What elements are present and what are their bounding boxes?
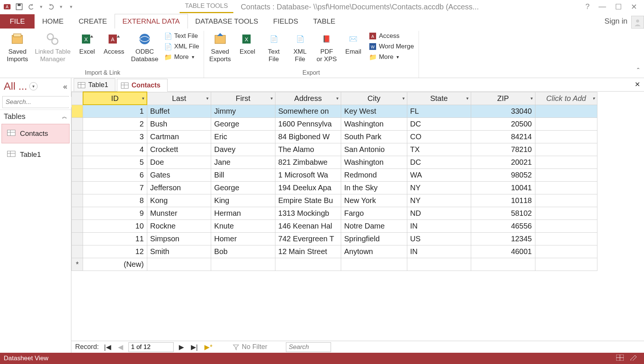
table-row[interactable]: 6GatesBill1 Microsoft WaRedmondWA98052 — [72, 168, 597, 181]
cell-last[interactable]: Gates — [147, 168, 211, 181]
cell-last[interactable]: Bush — [147, 117, 211, 130]
cell-first[interactable]: George — [211, 117, 275, 130]
cell-city[interactable]: Springfield — [341, 232, 407, 245]
saved-exports-button[interactable]: Saved Exports — [207, 31, 233, 64]
table-row[interactable]: 12SmithBob12 Main StreetAnytownIN46001 — [72, 245, 597, 258]
cell-address[interactable]: 821 Zimbabwe — [275, 156, 341, 168]
row-selector[interactable] — [72, 130, 83, 143]
cell-zip[interactable]: 10041 — [471, 181, 535, 194]
cell-blank[interactable] — [535, 105, 597, 117]
column-filter-dropdown[interactable]: ▾ — [402, 96, 405, 101]
table-row[interactable]: 3CartmanEric84 Bigboned WSouth ParkCO842… — [72, 130, 597, 143]
cell-zip[interactable]: 12345 — [471, 232, 535, 245]
cell-first[interactable]: Herman — [211, 207, 275, 220]
cell-address[interactable]: 12 Main Street — [275, 245, 341, 258]
cell-zip[interactable]: 20021 — [471, 156, 535, 168]
nav-category-dropdown[interactable]: ▾ — [29, 82, 38, 90]
export-word-merge-button[interactable]: WWord Merge — [367, 42, 415, 51]
column-filter-dropdown[interactable]: ▾ — [206, 96, 209, 101]
cell-last[interactable]: Rockne — [147, 220, 211, 232]
cell-zip[interactable]: 78210 — [471, 143, 535, 156]
datasheet-grid[interactable]: ID▾Last▾First▾Address▾City▾State▾ZIP▾Cli… — [71, 92, 644, 341]
column-filter-dropdown[interactable]: ▾ — [531, 96, 533, 101]
table-row[interactable]: 4CrockettDaveyThe AlamoSan AntonioTX7821… — [72, 143, 597, 156]
cell-state[interactable]: US — [407, 232, 471, 245]
column-filter-dropdown[interactable]: ▾ — [142, 96, 144, 101]
column-header-zip[interactable]: ZIP▾ — [471, 92, 535, 105]
cell-address[interactable]: 742 Evergreen T — [275, 232, 341, 245]
object-tab-contacts[interactable]: Contacts — [117, 79, 168, 92]
cell-city[interactable]: Key West — [341, 105, 407, 117]
click-to-add-column[interactable]: Click to Add▾ — [535, 92, 597, 105]
cell-address[interactable]: Empire State Bu — [275, 194, 341, 207]
nav-group-tables[interactable]: Tables ︽ — [0, 110, 71, 123]
row-selector[interactable] — [72, 117, 83, 130]
nav-item-table1[interactable]: Table1 — [2, 145, 70, 164]
new-record-row[interactable]: *(New) — [72, 258, 597, 271]
cell-blank[interactable] — [535, 143, 597, 156]
nav-header[interactable]: All ... — [4, 80, 27, 92]
collapse-ribbon-icon[interactable]: ˆ — [637, 67, 639, 75]
next-record-icon[interactable]: ▶ — [177, 343, 186, 351]
cell-first[interactable]: King — [211, 194, 275, 207]
record-search-input[interactable] — [286, 342, 331, 352]
column-header-city[interactable]: City▾ — [341, 92, 407, 105]
user-avatar-icon[interactable] — [631, 16, 644, 29]
export-text-button[interactable]: 📄Text File — [262, 31, 286, 64]
cell-blank[interactable] — [535, 168, 597, 181]
cell-state[interactable]: CO — [407, 130, 471, 143]
column-filter-dropdown[interactable]: ▾ — [271, 96, 273, 101]
cell-city[interactable]: Washington — [341, 117, 407, 130]
cell-state[interactable]: FL — [407, 105, 471, 117]
cell-first[interactable]: Homer — [211, 232, 275, 245]
minimize-icon[interactable]: — — [599, 2, 606, 11]
cell-blank[interactable] — [535, 194, 597, 207]
cell-first[interactable]: Bob — [211, 245, 275, 258]
cell-zip[interactable]: 98052 — [471, 168, 535, 181]
cell-last[interactable]: Buffet — [147, 105, 211, 117]
cell-state[interactable]: DC — [407, 117, 471, 130]
cell-id[interactable]: 11 — [83, 232, 147, 245]
cell-blank[interactable] — [535, 258, 597, 271]
record-position-input[interactable] — [128, 342, 174, 352]
table-row[interactable]: 10RockneKnute146 Keenan HalNotre DameIN4… — [72, 220, 597, 232]
filter-indicator[interactable]: No Filter — [233, 343, 267, 351]
cell-blank[interactable] — [535, 245, 597, 258]
import-xml-file-button[interactable]: 📄XML File — [163, 42, 200, 51]
cell-first[interactable]: Jimmy — [211, 105, 275, 117]
column-header-id[interactable]: ID▾ — [83, 92, 147, 105]
cell-address[interactable]: Somewhere on — [275, 105, 341, 117]
datasheet-view-icon[interactable] — [613, 355, 627, 362]
cell-state[interactable]: IN — [407, 220, 471, 232]
row-selector[interactable] — [72, 156, 83, 168]
cell-id[interactable]: 9 — [83, 207, 147, 220]
cell-city[interactable]: Fargo — [341, 207, 407, 220]
redo-icon[interactable] — [47, 3, 55, 11]
cell-address[interactable]: 1600 Pennsylva — [275, 117, 341, 130]
nav-item-contacts[interactable]: Contacts — [2, 124, 70, 143]
prev-record-icon[interactable]: ◀ — [116, 343, 125, 351]
column-header-state[interactable]: State▾ — [407, 92, 471, 105]
table-row[interactable]: 7JeffersonGeorge194 Deelux ApaIn the Sky… — [72, 181, 597, 194]
cell-zip[interactable]: 84214 — [471, 130, 535, 143]
export-access-button[interactable]: AAccess — [367, 32, 415, 41]
cell-last[interactable]: Cartman — [147, 130, 211, 143]
import-access-button[interactable]: AAccess — [101, 31, 127, 56]
cell-city[interactable]: South Park — [341, 130, 407, 143]
row-selector[interactable] — [72, 168, 83, 181]
export-xml-button[interactable]: 📄XML File — [288, 31, 312, 64]
cell-city[interactable]: Notre Dame — [341, 220, 407, 232]
tab-database-tools[interactable]: DATABASE TOOLS — [188, 14, 266, 29]
cell-blank[interactable] — [535, 130, 597, 143]
select-all-cell[interactable] — [72, 92, 83, 105]
cell-first[interactable]: Eric — [211, 130, 275, 143]
row-selector[interactable] — [72, 232, 83, 245]
undo-icon[interactable] — [27, 3, 35, 11]
first-record-icon[interactable]: |◀ — [103, 343, 113, 351]
last-record-icon[interactable]: ▶| — [189, 343, 200, 351]
row-selector[interactable] — [72, 105, 83, 117]
tab-create[interactable]: CREATE — [71, 14, 115, 29]
tab-table[interactable]: TABLE — [306, 14, 343, 29]
cell-address[interactable]: 84 Bigboned W — [275, 130, 341, 143]
cell-city[interactable]: San Antonio — [341, 143, 407, 156]
